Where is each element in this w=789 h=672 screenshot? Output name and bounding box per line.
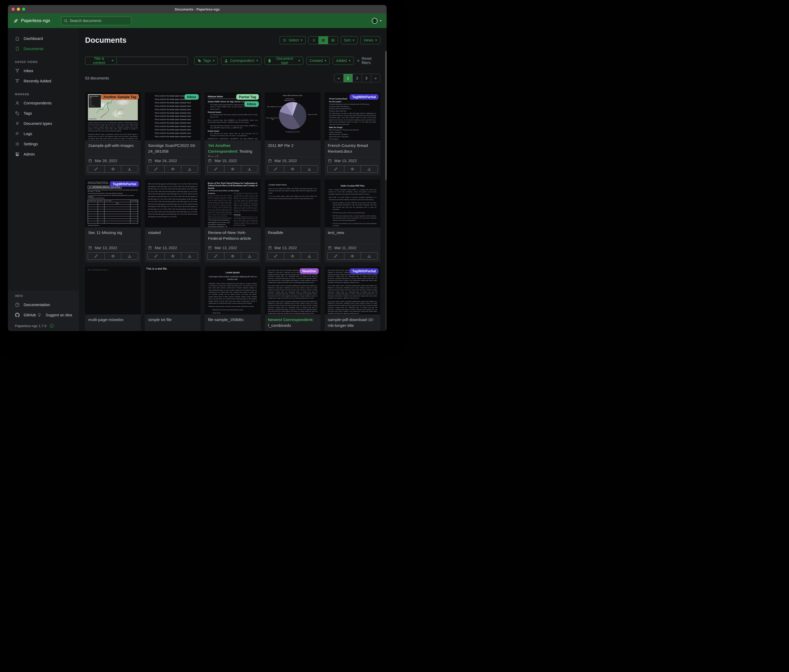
document-thumbnail[interactable]: Lorem ipsumLorem ipsum dolor sit amet, c…: [205, 266, 260, 314]
document-card[interactable]: This is a multi page document. Page 1. m…: [85, 266, 141, 331]
document-card[interactable]: This is the text that appears on the fir…: [145, 179, 201, 262]
edit-button[interactable]: [88, 165, 105, 173]
view-button[interactable]: [344, 165, 361, 173]
tag-badge[interactable]: Inbox: [244, 101, 259, 107]
title-content-input[interactable]: [117, 57, 188, 65]
edit-button[interactable]: [267, 165, 284, 173]
tag-badge[interactable]: NewOne: [300, 268, 319, 274]
document-card[interactable]: Lorem ipsum dolor sit amet, consectetur …: [325, 266, 380, 331]
sort-button[interactable]: Sort: [341, 36, 358, 44]
document-thumbnail[interactable]: Review of New York Federal Petitions for…: [205, 179, 260, 228]
sidebar-item-documents[interactable]: Documents: [8, 43, 79, 54]
document-title[interactable]: Sonstige ScanPC2022 03-24_081058: [148, 143, 197, 154]
brand[interactable]: Paperless-ngx: [13, 18, 50, 24]
view-button[interactable]: [284, 165, 301, 173]
minimize-button[interactable]: [17, 8, 20, 11]
filter-correspondent-button[interactable]: Correspondent: [221, 57, 262, 65]
document-thumbnail[interactable]: This is a test file.: [145, 266, 201, 314]
download-button[interactable]: [361, 252, 378, 260]
download-button[interactable]: [301, 252, 318, 260]
download-button[interactable]: [241, 165, 258, 173]
document-title[interactable]: rotated: [148, 230, 197, 236]
pagination-page-2[interactable]: 2: [353, 74, 362, 82]
reset-filters-button[interactable]: ✕ Reset filters: [357, 56, 380, 65]
edit-button[interactable]: [147, 165, 165, 173]
sidebar-item-admin[interactable]: Admin: [8, 149, 79, 159]
document-card[interactable]: Contact Sheet DemoGiven a set of image f…: [265, 179, 321, 262]
info-circle-icon[interactable]: [50, 324, 54, 328]
document-thumbnail[interactable]: This is a multi page document. Page 1.: [85, 266, 141, 314]
filter-added-button[interactable]: Added: [333, 57, 353, 65]
tag-badge[interactable]: Another Sample Tag: [101, 94, 139, 100]
tag-badge[interactable]: TagWithPartial: [110, 181, 139, 187]
filter-created-button[interactable]: Created: [307, 57, 330, 65]
document-title[interactable]: 2011 BP Pie 2: [268, 143, 317, 148]
tag-badge[interactable]: TagWithPartial: [350, 268, 379, 274]
document-card[interactable]: Adobe Acrobat PDF FilesAdobe® Portable D…: [325, 179, 380, 262]
user-menu[interactable]: [371, 18, 382, 24]
views-button[interactable]: Views: [360, 36, 380, 44]
document-title[interactable]: Review-of-New-York-Federal-Petitions-art…: [208, 230, 257, 241]
document-title[interactable]: Sec 11-Missing sig: [88, 230, 137, 236]
filter-field-button[interactable]: Title & content: [85, 57, 117, 65]
sidebar-item-correspondents[interactable]: Correspondents: [8, 98, 79, 108]
sidebar-item-suggest-idea[interactable]: Suggest an idea: [36, 310, 72, 320]
document-title[interactable]: 2sample-pdf-with-images: [88, 143, 137, 148]
view-detail-button[interactable]: [328, 37, 338, 44]
view-button[interactable]: [344, 252, 361, 260]
edit-button[interactable]: [208, 165, 224, 173]
view-button[interactable]: [224, 252, 241, 260]
sidebar-item-documentation[interactable]: Documentation: [8, 299, 79, 310]
download-button[interactable]: [181, 252, 198, 260]
document-title[interactable]: test_new: [328, 230, 377, 236]
sidebar-item-tags[interactable]: Tags: [8, 108, 79, 118]
pagination-page-3[interactable]: 3: [362, 74, 371, 82]
document-title[interactable]: simple txt file: [148, 317, 197, 323]
view-button[interactable]: [105, 252, 121, 260]
document-title[interactable]: Yet Another Correspondent: Testing Email: [208, 143, 257, 157]
document-title[interactable]: file-sample_150kBs: [208, 317, 257, 323]
document-card[interactable]: Application for Medical Staff MembersGoo…: [85, 179, 141, 262]
document-title[interactable]: ReadMe: [268, 230, 317, 236]
view-button[interactable]: [284, 252, 301, 260]
filter-tags-button[interactable]: Tags: [194, 57, 218, 65]
document-card[interactable]: Patient BP Distribution 2011Isolated Sys…: [265, 92, 321, 175]
document-card[interactable]: This is a test for the double space char…: [145, 92, 201, 175]
view-list-button[interactable]: [309, 37, 318, 44]
document-card[interactable]: Release NotesSimba ODBC Driver for SQL S…: [205, 92, 260, 175]
edit-button[interactable]: [327, 252, 344, 260]
edit-button[interactable]: [88, 252, 105, 260]
download-button[interactable]: [121, 252, 138, 260]
sidebar-item-logs[interactable]: Logs: [8, 129, 79, 139]
document-thumbnail[interactable]: French Country BreadFor the Leaven1 heap…: [325, 92, 380, 140]
pagination-page-1[interactable]: 1: [343, 74, 353, 82]
document-thumbnail[interactable]: Adobe Acrobat PDF FilesAdobe® Portable D…: [325, 179, 380, 228]
sidebar-item-settings[interactable]: Settings: [8, 139, 79, 149]
document-card[interactable]: French Country BreadFor the Leaven1 heap…: [325, 92, 380, 175]
edit-button[interactable]: [327, 165, 344, 173]
edit-button[interactable]: [208, 252, 224, 260]
document-thumbnail[interactable]: Lorem ipsum dolor sit amet, consectetur …: [265, 266, 321, 314]
view-button[interactable]: [165, 252, 181, 260]
document-card[interactable]: Review of New York Federal Petitions for…: [205, 179, 260, 262]
edit-button[interactable]: [267, 252, 284, 260]
document-card[interactable]: Lorem ipsum dolor sit amet, consectetur …: [265, 266, 321, 331]
download-button[interactable]: [121, 165, 138, 173]
document-thumbnail[interactable]: This is a test for the double space char…: [145, 92, 201, 140]
document-correspondent[interactable]: Newest Correspondent: [268, 317, 313, 322]
sidebar-item-recently-added[interactable]: Recently Added: [8, 76, 79, 86]
zoom-button[interactable]: [22, 8, 25, 11]
edit-button[interactable]: [147, 252, 165, 260]
scrollbar-thumb[interactable]: [385, 51, 387, 180]
tag-badge[interactable]: Partial Tag: [236, 94, 259, 100]
document-thumbnail[interactable]: This is the text that appears on the fir…: [145, 179, 201, 228]
filter-document-type-button[interactable]: Document type: [265, 57, 303, 65]
document-thumbnail[interactable]: Contact Sheet DemoGiven a set of image f…: [265, 179, 321, 228]
document-thumbnail[interactable]: Patient BP Distribution 2011Isolated Sys…: [265, 92, 321, 140]
sidebar-item-inbox[interactable]: Inbox: [8, 65, 79, 76]
document-title[interactable]: sample-pdf-download-10-mb-longer-title: [328, 317, 377, 328]
global-search[interactable]: [61, 16, 131, 25]
pagination-prev[interactable]: «: [334, 74, 343, 82]
document-thumbnail[interactable]: Release NotesSimba ODBC Driver for SQL S…: [205, 92, 260, 140]
document-thumbnail[interactable]: Lorem ipsum dolor sit amet, consectetur …: [325, 266, 380, 314]
